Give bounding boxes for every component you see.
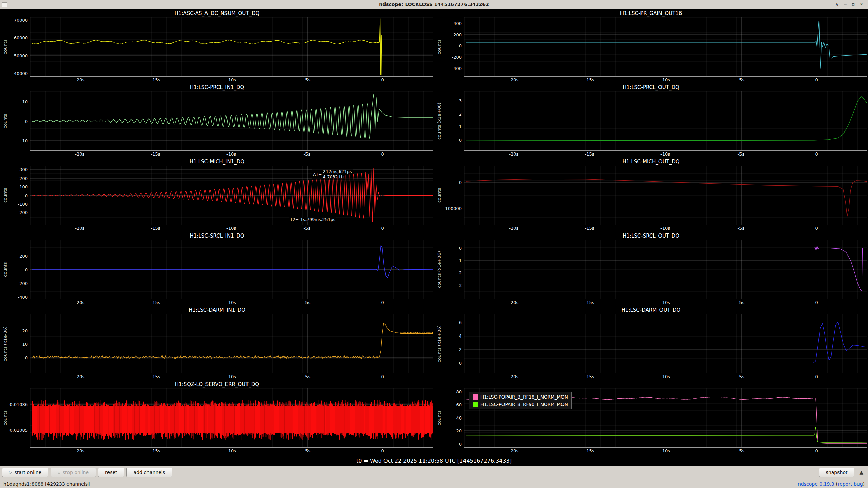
y-axis-label: counts (x1e+06) [435, 314, 443, 373]
plot-H1:LSC-PRCL_IN1_DQ[interactable]: H1:LSC-PRCL_IN1_DQcounts100-10-20s-15s-1… [1, 84, 433, 158]
x-axis[interactable]: -20s-15s-10s-5s0 [30, 299, 433, 306]
x-tick-label: -20s [509, 300, 518, 305]
x-axis[interactable]: -20s-15s-10s-5s0 [30, 77, 433, 84]
plot-H1:SQZ-LO_SERVO_ERR_OUT_DQ[interactable]: H1:SQZ-LO_SERVO_ERR_OUT_DQcounts0.010860… [1, 381, 433, 455]
x-axis[interactable]: -20s-15s-10s-5s0 [30, 448, 433, 455]
plot-H1:LSC-MICH_IN1_DQ[interactable]: H1:LSC-MICH_IN1_DQcounts3002001000-100-2… [1, 158, 433, 232]
x-axis[interactable]: -20s-15s-10s-5s0 [464, 373, 867, 381]
y-axis-label: counts [435, 166, 443, 225]
plot-area[interactable] [30, 17, 433, 77]
reset-label: reset [105, 470, 117, 475]
y-axis[interactable]: 6420 [443, 314, 464, 373]
x-axis[interactable]: -20s-15s-10s-5s0 [464, 151, 867, 158]
ndscope-link[interactable]: ndscope [798, 481, 818, 487]
y-tick-label: 0 [25, 193, 28, 198]
x-tick-label: -20s [509, 151, 518, 157]
y-tick-label: -3 [457, 283, 462, 288]
y-axis[interactable]: 4002000-200-400 [443, 17, 464, 77]
trace-H1:LSC-PRCL_IN1_DQ [371, 94, 433, 130]
trace-H1:LSC-SRCL_IN1_DQ [32, 246, 433, 278]
plot-area[interactable] [30, 388, 433, 448]
x-tick-label: -5s [737, 300, 744, 305]
y-axis[interactable]: 0.010860.01085 [9, 388, 30, 448]
y-tick-label: -100 [18, 201, 28, 206]
y-axis[interactable]: 3002001000-100-200 [9, 166, 30, 225]
plot-H1:LSC-SRCL_OUT_DQ[interactable]: H1:LSC-SRCL_OUT_DQcounts (x1e+06)0-1-2-3… [435, 232, 867, 306]
y-tick-label: 20 [22, 328, 28, 333]
x-axis[interactable]: -20s-15s-10s-5s0 [464, 299, 867, 306]
plot-title [435, 381, 867, 388]
y-tick-label: 100 [19, 184, 28, 189]
x-axis[interactable]: -20s-15s-10s-5s0 [464, 448, 867, 455]
x-tick-label: -20s [509, 374, 518, 379]
y-tick-label: 0 [25, 355, 28, 360]
stop-online-label: stop online [63, 470, 89, 475]
plot-area[interactable] [464, 314, 867, 373]
trace-H1:LSC-POPAIR_B_RF90_I_NORM_MON [466, 427, 867, 442]
report-bug-link[interactable]: report bug [838, 481, 863, 487]
trace-canvas [464, 166, 867, 225]
reset-button[interactable]: reset [98, 468, 124, 477]
y-axis[interactable]: 806040200 [443, 388, 464, 448]
maximize-icon[interactable]: ▫ [852, 0, 855, 9]
plot-H1:LSC-DARM_IN1_DQ[interactable]: H1:LSC-DARM_IN1_DQcounts (x1e-06)20100-2… [1, 306, 433, 381]
x-tick-label: -20s [75, 77, 84, 82]
plot-area[interactable] [464, 17, 867, 77]
y-axis[interactable]: 100-10 [9, 92, 30, 151]
snapshot-label: snapshot [826, 470, 848, 475]
plot-area[interactable] [30, 314, 433, 373]
plot-H1:LSC-POPAIR_B_RF18_I_NORM_MON[interactable]: counts806040200H1:LSC-POPAIR_B_RF18_I_NO… [435, 381, 867, 455]
x-tick-label: -5s [303, 77, 310, 82]
plot-area[interactable] [30, 240, 433, 299]
legend-item: H1:LSC-POPAIR_B_RF90_I_NORM_MON [473, 402, 568, 407]
legend[interactable]: H1:LSC-POPAIR_B_RF18_I_NORM_MONH1:LSC-PO… [469, 392, 572, 409]
plot-H1:LSC-DARM_OUT_DQ[interactable]: H1:LSC-DARM_OUT_DQcounts (x1e+06)6420-20… [435, 306, 867, 381]
menu-arrow-icon[interactable]: ▲ [859, 469, 863, 475]
y-axis[interactable]: 0-100000 [443, 166, 464, 225]
x-axis[interactable]: -20s-15s-10s-5s0 [30, 225, 433, 232]
plot-H1:LSC-PR_GAIN_OUT16[interactable]: H1:LSC-PR_GAIN_OUT16counts4002000-200-40… [435, 9, 867, 84]
y-axis[interactable]: 70000600005000040000 [9, 17, 30, 77]
x-tick-label: -5s [303, 448, 310, 453]
x-axis[interactable]: -20s-15s-10s-5s0 [464, 77, 867, 84]
plot-area[interactable] [30, 92, 433, 151]
delta-t-freq: 4.7032 Hz [323, 174, 352, 180]
x-axis[interactable]: -20s-15s-10s-5s0 [30, 373, 433, 381]
x-tick-label: 0 [381, 374, 384, 379]
x-tick-label: 0 [381, 226, 384, 231]
y-tick-label: -1 [457, 258, 462, 263]
y-axis[interactable]: 2000-200-400 [9, 240, 30, 299]
x-tick-label: -20s [75, 448, 84, 453]
x-tick-label: -10s [226, 77, 236, 82]
trace-canvas [464, 92, 867, 150]
shade-icon[interactable]: ∧ [835, 0, 839, 9]
minimize-icon[interactable]: − [843, 0, 847, 9]
trace-H1:LSC-POPAIR_B_RF18_I_NORM_MON [816, 398, 867, 443]
y-axis[interactable]: 20100 [9, 314, 30, 373]
x-axis[interactable]: -20s-15s-10s-5s0 [30, 151, 433, 158]
stop-online-button[interactable]: ▫ stop online [51, 468, 96, 477]
y-tick-label: 0 [459, 245, 462, 250]
plot-H1:ASC-AS_A_DC_NSUM_OUT_DQ[interactable]: H1:ASC-AS_A_DC_NSUM_OUT_DQcounts70000600… [1, 9, 433, 84]
plot-H1:LSC-SRCL_IN1_DQ[interactable]: H1:LSC-SRCL_IN1_DQcounts2000-200-400-20s… [1, 232, 433, 306]
x-tick-label: -10s [660, 226, 670, 231]
plot-title: H1:LSC-MICH_OUT_DQ [435, 158, 867, 166]
close-icon[interactable]: ✕ [860, 0, 863, 9]
plot-area[interactable]: H1:LSC-POPAIR_B_RF18_I_NORM_MONH1:LSC-PO… [464, 388, 867, 448]
snapshot-button[interactable]: snapshot [819, 468, 855, 477]
plot-H1:LSC-MICH_OUT_DQ[interactable]: H1:LSC-MICH_OUT_DQcounts0-100000-20s-15s… [435, 158, 867, 232]
plot-area[interactable] [464, 240, 867, 299]
plot-area[interactable]: ΔT=212ms,621µs4.7032 HzT2=-1s,799ms,251µ… [30, 166, 433, 225]
plot-area[interactable] [464, 166, 867, 225]
version-link[interactable]: 0.19.3 [819, 481, 834, 487]
y-axis[interactable]: 0-1-2-3 [443, 240, 464, 299]
plot-H1:LSC-PRCL_OUT_DQ[interactable]: H1:LSC-PRCL_OUT_DQcounts (x1e+06)3210-20… [435, 84, 867, 158]
x-tick-label: 0 [381, 300, 384, 305]
y-tick-label: 0 [25, 119, 28, 124]
add-channels-button[interactable]: add channels [126, 468, 173, 477]
plot-area[interactable] [464, 92, 867, 151]
x-tick-label: 0 [815, 448, 818, 453]
y-axis[interactable]: 3210 [443, 92, 464, 151]
start-online-button[interactable]: ▷ start online [2, 468, 48, 477]
x-axis[interactable]: -20s-15s-10s-5s0 [464, 225, 867, 232]
